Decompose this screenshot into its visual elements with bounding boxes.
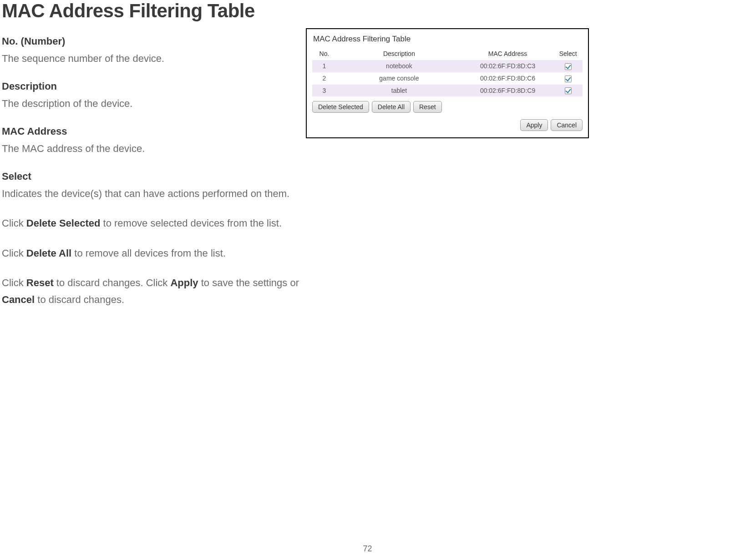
def-term-mac: MAC Address [2, 125, 300, 138]
bold-delete-all: Delete All [26, 247, 71, 259]
select-checkbox[interactable] [565, 63, 572, 70]
cell-mac: 00:02:6F:FD:8D:C6 [462, 72, 554, 85]
cell-no: 3 [312, 85, 336, 97]
text: to remove selected devices from the list… [100, 217, 282, 229]
bold-delete-selected: Delete Selected [26, 217, 101, 229]
para-delete-all: Click Delete All to remove all devices f… [2, 245, 300, 262]
cell-desc: game console [336, 72, 462, 85]
reset-button[interactable]: Reset [413, 101, 442, 113]
apply-button[interactable]: Apply [520, 119, 548, 131]
select-checkbox[interactable] [565, 87, 572, 94]
table-row: 3 tablet 00:02:6F:FD:8D:C9 [312, 85, 583, 97]
def-term-select: Select [2, 170, 300, 183]
cell-no: 2 [312, 72, 336, 85]
def-desc-no: The sequence number of the device. [2, 50, 300, 67]
def-desc-description: The description of the device. [2, 95, 300, 112]
cell-desc: notebook [336, 60, 462, 72]
para-delete-selected: Click Delete Selected to remove selected… [2, 215, 300, 232]
text: to save the settings or [198, 277, 299, 288]
bold-apply: Apply [170, 277, 198, 288]
text: Click [2, 217, 26, 229]
delete-selected-button[interactable]: Delete Selected [312, 101, 369, 113]
col-header-select: Select [553, 48, 583, 60]
text: to discard changes. Click [54, 277, 171, 288]
panel-title: MAC Address Filtering Table [313, 35, 583, 44]
def-desc-mac: The MAC address of the device. [2, 140, 300, 157]
cancel-button[interactable]: Cancel [551, 119, 583, 131]
cell-no: 1 [312, 60, 336, 72]
para-reset-apply-cancel: Click Reset to discard changes. Click Ap… [2, 274, 300, 308]
text: to discard changes. [35, 294, 124, 305]
cell-desc: tablet [336, 85, 462, 97]
def-term-no: No. (Number) [2, 35, 300, 48]
bold-reset: Reset [26, 277, 54, 288]
page-title: MAC Address Filtering Table [2, 0, 300, 22]
table-row: 2 game console 00:02:6F:FD:8D:C6 [312, 72, 583, 85]
table-row: 1 notebook 00:02:6F:FD:8D:C3 [312, 60, 583, 72]
cell-mac: 00:02:6F:FD:8D:C3 [462, 60, 554, 72]
cell-mac: 00:02:6F:FD:8D:C9 [462, 85, 554, 97]
mac-filtering-panel: MAC Address Filtering Table No. Descript… [306, 28, 589, 138]
bold-cancel: Cancel [2, 294, 35, 305]
text: Click [2, 277, 26, 288]
text: Click [2, 247, 26, 259]
page-number: 72 [363, 544, 372, 554]
mac-table: No. Description MAC Address Select 1 not… [312, 48, 583, 96]
select-checkbox[interactable] [565, 76, 572, 82]
def-term-description: Description [2, 80, 300, 93]
delete-all-button[interactable]: Delete All [372, 101, 411, 113]
text: to remove all devices from the list. [71, 247, 226, 259]
def-desc-select: Indicates the device(s) that can have ac… [2, 185, 300, 202]
col-header-mac: MAC Address [462, 48, 554, 60]
col-header-no: No. [312, 48, 336, 60]
col-header-description: Description [336, 48, 462, 60]
